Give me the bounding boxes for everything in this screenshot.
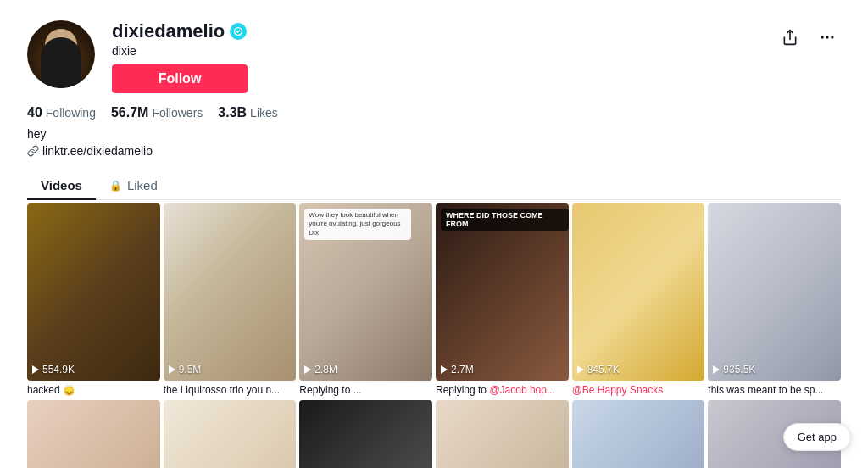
video-thumbnail [436,400,569,468]
likes-stat[interactable]: 3.3B Likes [218,105,277,120]
header-actions [776,20,841,51]
video-item[interactable] [27,400,160,468]
lock-icon: 🔒 [109,180,122,192]
svg-point-2 [826,36,828,38]
tab-videos-label: Videos [41,178,82,192]
play-triangle-icon [577,365,584,374]
followers-label: Followers [152,106,203,120]
play-overlay: 9.5M [169,364,202,376]
view-count: 554.9K [42,364,75,376]
likes-label: Likes [250,106,278,120]
bio: hey [27,127,841,141]
where-text: WHERE DID THOSE COME FROM [441,209,569,231]
following-count: 40 [27,105,42,120]
username: dixiedamelio [112,20,225,42]
video-caption: hacked 🙂‍↕️ [27,384,160,398]
comment-bubble: Wow they look beautiful when you're ovul… [304,209,410,240]
view-count: 9.5M [179,364,202,376]
play-overlay: 2.8M [304,364,337,376]
likes-count: 3.3B [218,105,247,120]
video-thumbnail: 935.5K [708,203,841,381]
video-thumbnail: 845.7K [572,203,705,381]
video-item[interactable]: 845.7K@Be Happy Snacks [572,203,705,397]
video-item[interactable]: 554.9Khacked 🙂‍↕️ [27,203,160,397]
video-thumbnail: 554.9K [27,203,160,381]
play-overlay: 554.9K [32,364,75,376]
tab-liked[interactable]: 🔒 Liked [96,171,171,199]
play-triangle-icon [32,365,39,374]
link-row: linktr.ee/dixiedamelio [27,144,841,158]
svg-point-1 [821,36,824,38]
video-item[interactable]: 935.5Kthis was meant to be sp... [708,203,841,397]
video-thumbnail [27,400,160,468]
video-thumbnail: Wow they look beautiful when you're ovul… [299,203,432,381]
tab-liked-label: Liked [127,178,158,192]
video-item[interactable]: 9.5Mthe Liquirosso trio you n... [164,203,297,397]
view-count: 935.5K [723,364,755,376]
play-triangle-icon [169,365,175,374]
video-caption: @Be Happy Snacks [572,384,705,398]
video-caption: the Liquirosso trio you n... [164,384,297,398]
video-thumbnail [299,400,432,468]
tab-videos[interactable]: Videos [27,171,96,199]
video-item[interactable]: Wow they look beautiful when you're ovul… [299,203,432,397]
svg-point-3 [831,36,833,38]
view-count: 2.8M [314,364,337,376]
view-count: 2.7M [451,364,474,376]
followers-count: 56.7M [111,105,148,120]
followers-stat[interactable]: 56.7M Followers [111,105,203,120]
video-thumbnail: WHERE DID THOSE COME FROM2.7M [436,203,569,381]
play-overlay: 845.7K [577,364,620,376]
video-item[interactable]: WHERE DID THOSE COME FROM2.7MReplying to… [436,203,569,397]
play-overlay: 935.5K [713,364,755,376]
video-item[interactable] [572,400,705,468]
profile-info: dixiedamelio dixie Follow [112,20,760,93]
video-thumbnail [164,400,297,468]
video-item[interactable] [164,400,297,468]
play-triangle-icon [304,365,311,374]
avatar [27,20,95,88]
videos-grid: 554.9Khacked 🙂‍↕️9.5Mthe Liquirosso trio… [0,200,868,468]
stats-row: 40 Following 56.7M Followers 3.3B Likes [27,105,841,120]
play-triangle-icon [713,365,720,374]
verified-badge [230,23,247,40]
display-name: dixie [112,44,760,58]
profile-link[interactable]: linktr.ee/dixiedamelio [42,144,153,158]
profile-header: dixiedamelio dixie Follow [27,20,841,93]
play-triangle-icon [441,365,448,374]
following-label: Following [46,106,96,120]
video-caption: this was meant to be sp... [708,384,841,398]
view-count: 845.7K [587,364,620,376]
follow-button[interactable]: Follow [112,64,248,93]
video-item[interactable] [299,400,432,468]
link-icon [27,145,39,157]
tabs-row: Videos 🔒 Liked [27,171,841,200]
profile-section: dixiedamelio dixie Follow [0,0,868,200]
video-item[interactable] [436,400,569,468]
video-thumbnail: 9.5M [164,203,297,381]
get-app-button[interactable]: Get app [783,423,851,451]
video-caption: Replying to @Jacob hop... [436,384,569,398]
video-caption: Replying to ... [299,384,432,398]
username-row: dixiedamelio [112,20,760,42]
more-options-icon[interactable] [814,24,841,51]
share-icon[interactable] [776,24,804,51]
play-overlay: 2.7M [441,364,474,376]
following-stat[interactable]: 40 Following [27,105,96,120]
video-thumbnail [572,400,705,468]
